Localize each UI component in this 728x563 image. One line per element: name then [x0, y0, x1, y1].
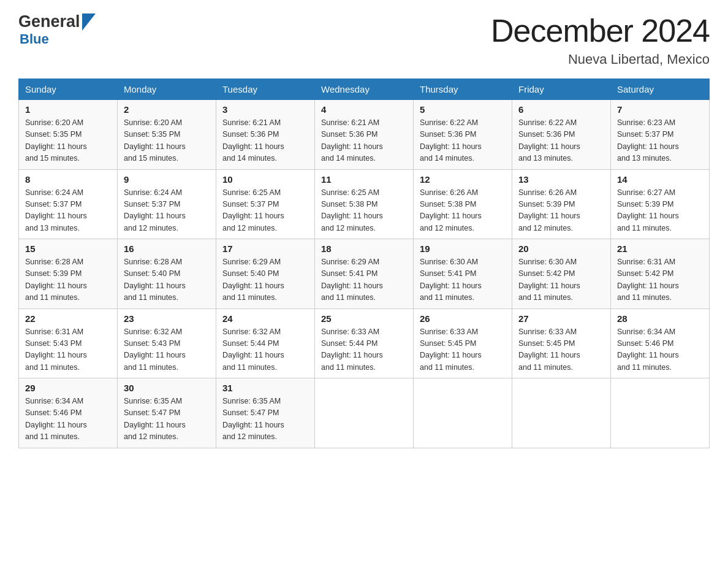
logo-triangle-icon	[82, 13, 96, 31]
calendar-cell: 20 Sunrise: 6:30 AM Sunset: 5:42 PM Dayl…	[512, 239, 611, 309]
calendar-cell: 1 Sunrise: 6:20 AM Sunset: 5:35 PM Dayli…	[19, 100, 118, 170]
calendar-cell: 31 Sunrise: 6:35 AM Sunset: 5:47 PM Dayl…	[216, 378, 315, 448]
day-number: 7	[617, 104, 703, 115]
day-number: 28	[617, 313, 703, 324]
calendar-cell	[414, 378, 512, 448]
logo: General Blue	[18, 12, 96, 47]
weekday-header-wednesday: Wednesday	[315, 79, 414, 100]
title-block: December 2024 Nueva Libertad, Mexico	[491, 12, 710, 67]
day-number: 11	[321, 174, 407, 185]
day-number: 9	[124, 174, 210, 185]
calendar-cell: 3 Sunrise: 6:21 AM Sunset: 5:36 PM Dayli…	[216, 100, 315, 170]
logo-blue-text: Blue	[20, 31, 49, 47]
day-number: 25	[321, 313, 407, 324]
day-number: 17	[222, 243, 308, 254]
day-number: 18	[321, 243, 407, 254]
weekday-header-thursday: Thursday	[414, 79, 512, 100]
day-info: Sunrise: 6:30 AM Sunset: 5:42 PM Dayligh…	[518, 256, 604, 304]
day-number: 4	[321, 104, 407, 115]
day-number: 30	[124, 383, 210, 393]
day-number: 29	[25, 383, 111, 393]
day-info: Sunrise: 6:30 AM Sunset: 5:41 PM Dayligh…	[420, 256, 506, 304]
calendar-week-row: 1 Sunrise: 6:20 AM Sunset: 5:35 PM Dayli…	[19, 100, 710, 170]
calendar-cell	[315, 378, 414, 448]
calendar-title: December 2024	[491, 12, 710, 49]
calendar-week-row: 8 Sunrise: 6:24 AM Sunset: 5:37 PM Dayli…	[19, 169, 710, 239]
day-number: 19	[420, 243, 506, 254]
day-info: Sunrise: 6:24 AM Sunset: 5:37 PM Dayligh…	[124, 187, 210, 235]
calendar-subtitle: Nueva Libertad, Mexico	[491, 52, 710, 67]
day-info: Sunrise: 6:35 AM Sunset: 5:47 PM Dayligh…	[124, 396, 210, 443]
calendar-cell: 23 Sunrise: 6:32 AM Sunset: 5:43 PM Dayl…	[118, 308, 216, 378]
day-info: Sunrise: 6:28 AM Sunset: 5:39 PM Dayligh…	[25, 256, 111, 304]
day-info: Sunrise: 6:29 AM Sunset: 5:41 PM Dayligh…	[321, 256, 407, 304]
calendar-cell: 11 Sunrise: 6:25 AM Sunset: 5:38 PM Dayl…	[315, 169, 414, 239]
calendar-cell: 16 Sunrise: 6:28 AM Sunset: 5:40 PM Dayl…	[118, 239, 216, 309]
calendar-cell: 12 Sunrise: 6:26 AM Sunset: 5:38 PM Dayl…	[414, 169, 512, 239]
calendar-cell: 29 Sunrise: 6:34 AM Sunset: 5:46 PM Dayl…	[19, 378, 118, 448]
weekday-header-saturday: Saturday	[611, 79, 710, 100]
day-number: 16	[124, 243, 210, 254]
day-info: Sunrise: 6:20 AM Sunset: 5:35 PM Dayligh…	[124, 117, 210, 165]
day-number: 27	[518, 313, 604, 324]
day-info: Sunrise: 6:34 AM Sunset: 5:46 PM Dayligh…	[617, 326, 703, 374]
logo-general-text: General	[18, 12, 80, 31]
day-info: Sunrise: 6:23 AM Sunset: 5:37 PM Dayligh…	[617, 117, 703, 165]
weekday-header-sunday: Sunday	[19, 79, 118, 100]
day-info: Sunrise: 6:25 AM Sunset: 5:38 PM Dayligh…	[321, 187, 407, 235]
calendar-week-row: 22 Sunrise: 6:31 AM Sunset: 5:43 PM Dayl…	[19, 308, 710, 378]
weekday-header-tuesday: Tuesday	[216, 79, 315, 100]
day-number: 3	[222, 104, 308, 115]
calendar-cell: 5 Sunrise: 6:22 AM Sunset: 5:36 PM Dayli…	[414, 100, 512, 170]
day-number: 10	[222, 174, 308, 185]
calendar-table: SundayMondayTuesdayWednesdayThursdayFrid…	[18, 79, 710, 448]
day-info: Sunrise: 6:24 AM Sunset: 5:37 PM Dayligh…	[25, 187, 111, 235]
day-number: 13	[518, 174, 604, 185]
day-info: Sunrise: 6:20 AM Sunset: 5:35 PM Dayligh…	[25, 117, 111, 165]
day-info: Sunrise: 6:33 AM Sunset: 5:45 PM Dayligh…	[518, 326, 604, 374]
day-number: 21	[617, 243, 703, 254]
day-number: 24	[222, 313, 308, 324]
calendar-cell: 7 Sunrise: 6:23 AM Sunset: 5:37 PM Dayli…	[611, 100, 710, 170]
day-info: Sunrise: 6:32 AM Sunset: 5:44 PM Dayligh…	[222, 326, 308, 374]
day-number: 1	[25, 104, 111, 115]
day-info: Sunrise: 6:31 AM Sunset: 5:42 PM Dayligh…	[617, 256, 703, 304]
day-number: 15	[25, 243, 111, 254]
day-info: Sunrise: 6:21 AM Sunset: 5:36 PM Dayligh…	[222, 117, 308, 165]
day-number: 23	[124, 313, 210, 324]
calendar-cell: 15 Sunrise: 6:28 AM Sunset: 5:39 PM Dayl…	[19, 239, 118, 309]
calendar-cell: 17 Sunrise: 6:29 AM Sunset: 5:40 PM Dayl…	[216, 239, 315, 309]
day-info: Sunrise: 6:25 AM Sunset: 5:37 PM Dayligh…	[222, 187, 308, 235]
calendar-cell: 19 Sunrise: 6:30 AM Sunset: 5:41 PM Dayl…	[414, 239, 512, 309]
calendar-cell: 10 Sunrise: 6:25 AM Sunset: 5:37 PM Dayl…	[216, 169, 315, 239]
calendar-cell: 13 Sunrise: 6:26 AM Sunset: 5:39 PM Dayl…	[512, 169, 611, 239]
day-info: Sunrise: 6:22 AM Sunset: 5:36 PM Dayligh…	[420, 117, 506, 165]
calendar-cell: 21 Sunrise: 6:31 AM Sunset: 5:42 PM Dayl…	[611, 239, 710, 309]
calendar-cell: 26 Sunrise: 6:33 AM Sunset: 5:45 PM Dayl…	[414, 308, 512, 378]
calendar-cell: 30 Sunrise: 6:35 AM Sunset: 5:47 PM Dayl…	[118, 378, 216, 448]
day-info: Sunrise: 6:28 AM Sunset: 5:40 PM Dayligh…	[124, 256, 210, 304]
day-info: Sunrise: 6:33 AM Sunset: 5:44 PM Dayligh…	[321, 326, 407, 374]
day-number: 31	[222, 383, 308, 393]
calendar-cell: 25 Sunrise: 6:33 AM Sunset: 5:44 PM Dayl…	[315, 308, 414, 378]
calendar-cell: 6 Sunrise: 6:22 AM Sunset: 5:36 PM Dayli…	[512, 100, 611, 170]
calendar-cell: 4 Sunrise: 6:21 AM Sunset: 5:36 PM Dayli…	[315, 100, 414, 170]
day-info: Sunrise: 6:31 AM Sunset: 5:43 PM Dayligh…	[25, 326, 111, 374]
day-number: 20	[518, 243, 604, 254]
weekday-header-row: SundayMondayTuesdayWednesdayThursdayFrid…	[19, 79, 710, 100]
day-number: 5	[420, 104, 506, 115]
day-number: 8	[25, 174, 111, 185]
svg-marker-0	[82, 13, 96, 31]
day-number: 2	[124, 104, 210, 115]
calendar-cell	[512, 378, 611, 448]
day-info: Sunrise: 6:35 AM Sunset: 5:47 PM Dayligh…	[222, 396, 308, 443]
day-info: Sunrise: 6:29 AM Sunset: 5:40 PM Dayligh…	[222, 256, 308, 304]
calendar-week-row: 29 Sunrise: 6:34 AM Sunset: 5:46 PM Dayl…	[19, 378, 710, 448]
day-info: Sunrise: 6:27 AM Sunset: 5:39 PM Dayligh…	[617, 187, 703, 235]
day-number: 6	[518, 104, 604, 115]
day-info: Sunrise: 6:33 AM Sunset: 5:45 PM Dayligh…	[420, 326, 506, 374]
day-info: Sunrise: 6:21 AM Sunset: 5:36 PM Dayligh…	[321, 117, 407, 165]
day-number: 14	[617, 174, 703, 185]
day-info: Sunrise: 6:26 AM Sunset: 5:39 PM Dayligh…	[518, 187, 604, 235]
calendar-cell: 9 Sunrise: 6:24 AM Sunset: 5:37 PM Dayli…	[118, 169, 216, 239]
